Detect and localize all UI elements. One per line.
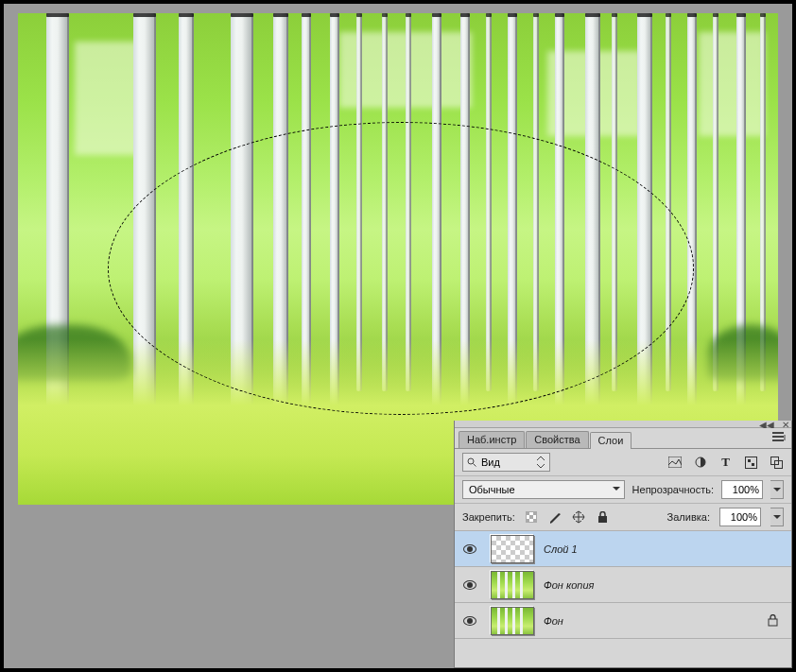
svg-rect-12 (526, 519, 529, 523)
layer-name[interactable]: Слой 1 (544, 543, 578, 555)
filter-pixel-icon[interactable] (667, 456, 682, 470)
lock-all-icon[interactable] (596, 510, 610, 525)
svg-rect-4 (748, 459, 751, 462)
svg-rect-11 (529, 515, 533, 519)
lock-icon (768, 614, 778, 627)
stepper-icon (534, 455, 547, 470)
lock-position-icon[interactable] (572, 510, 586, 525)
svg-rect-5 (752, 463, 754, 466)
blend-mode-select[interactable]: Обычные (462, 480, 625, 499)
lock-label: Закрепить: (462, 511, 515, 523)
eye-icon (463, 580, 476, 590)
panel-menu-icon[interactable] (772, 432, 786, 443)
filter-shape-icon[interactable] (744, 456, 758, 470)
lock-image-icon[interactable] (548, 510, 562, 525)
filter-type-icon[interactable]: T (718, 456, 733, 470)
tab-tools[interactable]: Наб.инстр (459, 431, 525, 448)
tab-properties[interactable]: Свойства (526, 431, 588, 448)
svg-rect-15 (769, 619, 777, 626)
eye-icon (463, 616, 476, 626)
svg-rect-3 (746, 457, 757, 468)
layer-row[interactable]: Фон копия (455, 567, 791, 603)
filter-smart-icon[interactable] (770, 456, 784, 470)
fill-input[interactable]: 100% (719, 508, 761, 526)
svg-rect-9 (526, 511, 529, 515)
search-icon (467, 457, 477, 468)
layer-filter-label: Вид (481, 457, 500, 468)
layers-list: Слой 1 Фон копия Фон (455, 531, 791, 639)
filter-icons: T (667, 456, 784, 470)
layer-row[interactable]: Слой 1 (455, 531, 791, 567)
svg-point-0 (468, 458, 474, 464)
panel-titlebar[interactable]: ◀◀ ✕ (455, 421, 791, 428)
visibility-toggle[interactable] (459, 616, 481, 626)
fill-label: Заливка: (667, 511, 710, 523)
fill-stepper[interactable] (770, 508, 784, 526)
layer-thumbnail[interactable] (491, 571, 534, 599)
layer-name[interactable]: Фон копия (544, 579, 594, 591)
filter-adjustment-icon[interactable] (693, 456, 707, 470)
fill-value: 100% (731, 511, 757, 523)
visibility-toggle[interactable] (459, 580, 481, 590)
opacity-input[interactable]: 100% (721, 480, 763, 499)
panel-tabs: Наб.инстр Свойства Слои (455, 428, 791, 449)
svg-rect-14 (598, 516, 607, 523)
tab-layers[interactable]: Слои (590, 432, 632, 449)
lock-transparency-icon[interactable] (525, 510, 539, 525)
filter-row: Вид T (455, 449, 791, 475)
svg-rect-1 (668, 457, 682, 468)
layer-thumbnail[interactable] (491, 607, 534, 635)
layer-name[interactable]: Фон (544, 615, 563, 627)
blend-row: Обычные Непрозрачность: 100% (455, 475, 791, 504)
visibility-toggle[interactable] (459, 544, 481, 554)
app-frame: ◀◀ ✕ Наб.инстр Свойства Слои Вид (4, 4, 792, 668)
eye-icon (463, 544, 476, 554)
layers-panel: ◀◀ ✕ Наб.инстр Свойства Слои Вид (454, 421, 792, 668)
lock-row: Закрепить: Заливка: 100% (455, 504, 791, 531)
layer-thumbnail[interactable] (491, 535, 534, 563)
blend-mode-value: Обычные (469, 484, 515, 495)
layer-row[interactable]: Фон (455, 603, 791, 639)
opacity-stepper[interactable] (770, 480, 784, 499)
svg-rect-10 (533, 511, 537, 515)
layer-filter-select[interactable]: Вид (462, 453, 550, 472)
opacity-label: Непрозрачность: (632, 484, 714, 495)
opacity-value: 100% (733, 484, 759, 495)
svg-rect-13 (533, 519, 537, 523)
